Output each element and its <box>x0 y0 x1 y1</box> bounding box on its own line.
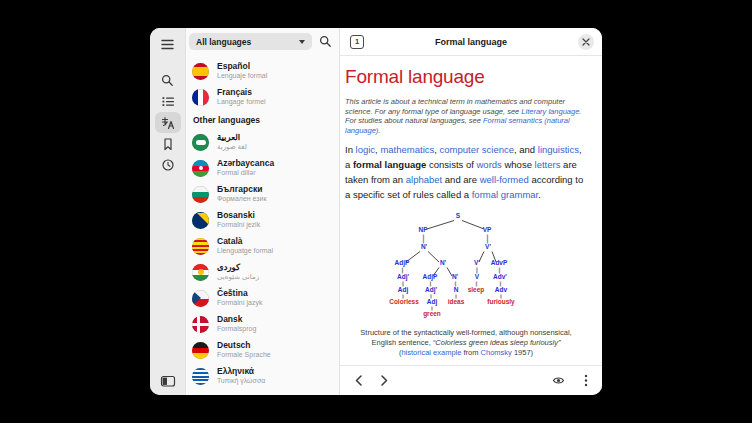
language-list: EspañolLenguaje formal FrançaisLangage f… <box>186 55 339 395</box>
tree-word: furiously <box>487 298 515 306</box>
link-well-formed[interactable]: well-formed <box>480 174 529 185</box>
flag-icon-france <box>192 89 209 106</box>
lead-paragraph: In logic, mathematics, computer science,… <box>345 142 587 202</box>
bookmark-icon <box>161 137 175 151</box>
sidebar-toggle-icon <box>160 374 176 388</box>
dropdown-caret-icon <box>299 40 305 44</box>
close-button[interactable] <box>578 34 594 50</box>
tree-word: green <box>423 310 441 318</box>
text: and are <box>442 174 480 185</box>
language-item-azerbaijani[interactable]: AzərbaycancaFormal dillər <box>192 155 339 181</box>
language-item-espanol[interactable]: EspañolLenguaje formal <box>192 58 339 84</box>
flag-icon-catalonia <box>192 238 209 255</box>
link-letters[interactable]: letters <box>535 159 561 170</box>
history-button[interactable] <box>155 154 181 175</box>
tree-node: AdvP <box>491 259 508 266</box>
flag-icon-azerbaijan <box>192 160 209 177</box>
tree-node: Adj' <box>397 273 409 281</box>
hatnote-link-literary-language[interactable]: Literary language <box>521 107 579 116</box>
language-name: Español <box>217 62 267 72</box>
language-item-czech[interactable]: ČeštinaFormální jazyk <box>192 285 339 311</box>
link-alphabet[interactable]: alphabet <box>406 174 442 185</box>
article-tab-title: Formal language <box>340 37 602 47</box>
caption-text: 1957) <box>512 348 533 357</box>
flag-icon-greece <box>192 368 209 385</box>
tree-node: S <box>456 212 461 219</box>
language-item-francais[interactable]: FrançaisLangage formel <box>192 84 339 110</box>
tree-word: Colorless <box>389 298 419 305</box>
language-item-bosnian[interactable]: BosanskiFormalni jezik <box>192 207 339 233</box>
menu-button[interactable] <box>577 372 594 389</box>
forward-chevron-icon <box>380 375 389 386</box>
search-icon <box>319 35 332 48</box>
search-icon <box>161 74 174 87</box>
language-item-danish[interactable]: DanskFormalsprog <box>192 311 339 337</box>
text: , and <box>514 144 538 155</box>
language-article-title: Lenguaje formal <box>217 72 267 80</box>
language-name: Dansk <box>217 315 256 325</box>
article-content: Formal language This article is about a … <box>340 56 602 365</box>
toc-list-icon <box>161 95 175 108</box>
back-button[interactable] <box>350 372 367 389</box>
search-button[interactable] <box>155 70 181 91</box>
tree-node: N' <box>440 259 447 266</box>
bookmarks-button[interactable] <box>155 133 181 154</box>
language-name: Français <box>217 88 266 98</box>
forward-button[interactable] <box>376 372 393 389</box>
language-article-title: Τυπική γλώσσα <box>217 377 265 385</box>
tree-node: AdjP <box>423 273 438 281</box>
language-item-greek[interactable]: ΕλληνικάΤυπική γλώσσα <box>192 363 339 389</box>
link-mathematics[interactable]: mathematics <box>380 144 434 155</box>
languages-button[interactable] <box>155 112 181 133</box>
flag-icon-germany <box>192 342 209 359</box>
language-search-button[interactable] <box>315 32 335 52</box>
tree-node: V' <box>474 259 480 266</box>
language-panel-toolbar: All languages <box>186 28 339 55</box>
text: . <box>538 189 541 200</box>
bottom-toolbar <box>340 365 602 395</box>
language-item-kurdish[interactable]: كوردیزمانی شێوەیی <box>192 259 339 285</box>
main-menu-button[interactable] <box>155 32 181 56</box>
language-name: العربية <box>217 133 247 143</box>
flag-icon-spain <box>192 63 209 80</box>
tree-node: N <box>454 286 459 293</box>
tree-node: Adj <box>398 286 409 294</box>
caption-link-chomsky[interactable]: Chomsky <box>481 348 512 357</box>
reader-view-button[interactable] <box>550 372 567 389</box>
language-item-catalan[interactable]: CatalàLlenguatge formal <box>192 233 339 259</box>
history-clock-icon <box>161 158 175 172</box>
language-item-bulgarian[interactable]: БългарскиФормален език <box>192 181 339 207</box>
link-logic[interactable]: logic <box>356 144 376 155</box>
tree-node: VP <box>483 226 492 233</box>
other-languages-header: Other languages <box>193 115 339 125</box>
tree-node: N' <box>452 273 459 280</box>
text: whose <box>502 159 535 170</box>
caption-sentence: “Colorless green ideas sleep furiously” <box>433 338 561 347</box>
language-article-title: Formalsprog <box>217 325 256 333</box>
link-formal-grammar[interactable]: formal grammar <box>472 189 539 200</box>
tree-node: V <box>475 273 480 280</box>
tree-node: NP <box>418 226 428 233</box>
language-name: Čeština <box>217 289 263 299</box>
link-words[interactable]: words <box>476 159 501 170</box>
link-linguistics[interactable]: linguistics <box>538 144 579 155</box>
sidebar-toggle-button[interactable] <box>155 370 181 391</box>
flag-icon-bosnia <box>192 212 209 229</box>
article-pane: 1 Formal language Formal language This a… <box>340 28 602 395</box>
language-item-arabic[interactable]: العربيةلغة صورية <box>192 129 339 155</box>
tree-word: ideas <box>448 298 465 305</box>
language-item-german[interactable]: DeutschFormale Sprache <box>192 337 339 363</box>
language-filter-dropdown[interactable]: All languages <box>189 33 312 50</box>
language-article-title: Formal dillər <box>217 169 274 177</box>
language-name: Deutsch <box>217 341 271 351</box>
toc-button[interactable] <box>155 91 181 112</box>
tree-node: V' <box>485 243 491 250</box>
link-computer-science[interactable]: computer science <box>440 144 514 155</box>
close-icon <box>582 38 590 46</box>
icon-rail <box>150 28 186 395</box>
screen: All languages EspañolLenguaje formal <box>0 0 752 423</box>
caption-link-historical-example[interactable]: historical example <box>401 348 461 357</box>
flag-icon-bulgaria <box>192 186 209 203</box>
language-name: Azərbaycanca <box>217 159 274 169</box>
tree-node: Adj <box>427 298 438 306</box>
